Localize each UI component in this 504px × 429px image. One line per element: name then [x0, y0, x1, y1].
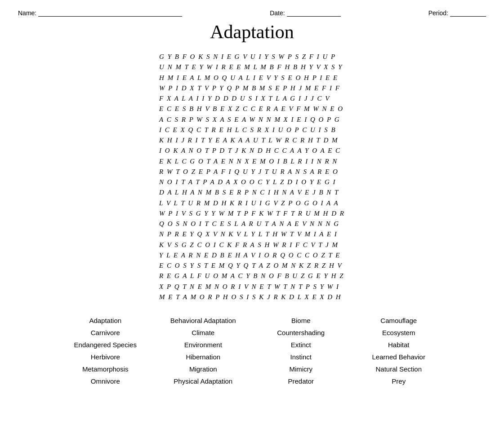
period-field: Period:	[428, 9, 486, 17]
word-item: Herbivore	[59, 352, 152, 362]
word-grid: G Y B F O K S N I E G V U I Y S W P S Z …	[159, 52, 345, 302]
date-line	[287, 9, 341, 17]
word-item: Climate	[156, 328, 250, 337]
name-label: Name:	[18, 9, 36, 17]
word-item: Learned Behavior	[352, 352, 446, 362]
page-title: Adaptation	[18, 21, 486, 43]
word-item: Carnivore	[59, 328, 152, 337]
word-item: Natural Section	[352, 364, 446, 374]
grid-row: D A L H A N M B S E R P N C I H N A V E …	[159, 187, 345, 198]
grid-row: W P I V S G Y Y W M T P F K W T F T R U …	[159, 208, 345, 219]
word-item: Adaptation	[59, 316, 152, 325]
grid-row: X P Q T N E M N O R I V N E T W T N T P …	[159, 282, 345, 292]
word-list: AdaptationBehavioral AdaptationBiomeCamo…	[50, 311, 455, 390]
grid-row: I C E X Q C T R E H L C S R X I U O P C …	[159, 125, 345, 135]
word-item: Hibernation	[156, 352, 250, 362]
word-item: Extinct	[254, 340, 348, 349]
word-item: Behavioral Adaptation	[156, 316, 250, 325]
word-item: Physical Adaptation	[156, 376, 250, 386]
grid-row: U N M T E Y W I R E E M L M B F H B H Y …	[159, 62, 345, 72]
grid-row: G Y B F O K S N I E G V U I Y S W P S Z …	[159, 52, 345, 62]
word-item: Habitat	[352, 340, 446, 349]
grid-row: Q O S N O I T C E S L A R U T A N A E V …	[159, 219, 345, 229]
grid-row: R E G A L F U O M A C Y B N O F B U Z G …	[159, 271, 345, 281]
period-line	[450, 9, 486, 17]
grid-row: M E T A M O R P H O S I S K J R K D L X …	[159, 292, 345, 302]
word-item: Instinct	[254, 352, 348, 362]
date-label: Date:	[270, 9, 285, 17]
grid-row: A C S R P W S X A S E A W N N M X I E I …	[159, 115, 345, 125]
grid-row: H M I E A L M O Q U A L I E V Y S E O H …	[159, 73, 345, 83]
grid-row: N O I T A T P A D A X O O C Y L Z D I O …	[159, 177, 345, 187]
word-item: Camouflage	[352, 316, 446, 325]
word-item: Endangered Species	[59, 340, 152, 349]
grid-row: F X A L A I I Y D D D U S I X T L A G I …	[159, 93, 345, 104]
grid-row: Y L E A R N E D B E H A V I O R Q O C C …	[159, 250, 345, 261]
word-item: Environment	[156, 340, 250, 349]
word-item: Mimicry	[254, 364, 348, 374]
name-field: Name:	[18, 9, 182, 17]
name-line	[38, 9, 182, 17]
grid-row: W P I D X T V P Y Q P M B M S E P H J M …	[159, 83, 345, 93]
word-item: Ecosystem	[352, 328, 446, 337]
grid-row: E C O S Y S T E M Q Y Q T A Z O M N K Z …	[159, 261, 345, 271]
date-field: Date:	[270, 9, 340, 17]
grid-row: K H I J R I T Y E A K A A U T L W R C R …	[159, 135, 345, 146]
word-item: Metamorphosis	[59, 364, 152, 374]
grid-row: N P R E Y Q X V N K V L Y L T H W T V M …	[159, 229, 345, 239]
word-search-container: G Y B F O K S N I E G V U I Y S W P S Z …	[18, 52, 486, 302]
grid-row: I O K A N O T P D T J K N D H C C A A Y …	[159, 146, 345, 156]
period-label: Period:	[428, 9, 448, 17]
grid-row: L V L T U R M D H K R I U I G V Z P O G …	[159, 198, 345, 208]
grid-row: E K L C G O T A E N N X E M O I B L R I …	[159, 156, 345, 167]
header: Name: Date: Period:	[18, 9, 486, 17]
word-item: Prey	[352, 376, 446, 386]
word-item: Biome	[254, 316, 348, 325]
word-item: Countershading	[254, 328, 348, 337]
grid-row: E C E S B H V B E X Z C C E R A E V F M …	[159, 104, 345, 114]
word-item: Omnivore	[59, 376, 152, 386]
word-item: Predator	[254, 376, 348, 386]
word-item: Migration	[156, 364, 250, 374]
grid-row: K V S G Z C O I C K F R A S H W R I F C …	[159, 240, 345, 250]
grid-row: R W T O Z E P A F I Q U Y J T U R A N S …	[159, 167, 345, 177]
